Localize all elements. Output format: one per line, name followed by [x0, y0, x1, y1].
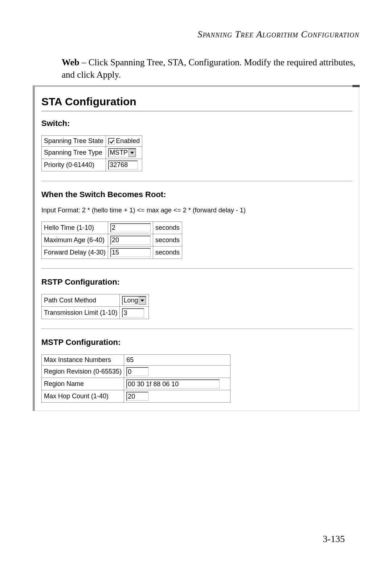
cell-path-cost-method: Long — [120, 294, 149, 306]
enabled-text: Enabled — [116, 137, 140, 144]
chevron-down-icon — [128, 149, 136, 157]
cell-max-age — [108, 234, 153, 246]
table-row: Max Instance Numbers 65 — [42, 355, 230, 366]
max-hop-input[interactable] — [126, 392, 148, 401]
intro-prefix: Web — [62, 57, 79, 67]
unit-seconds: seconds — [153, 221, 182, 234]
page-number: 3-135 — [323, 534, 345, 545]
screenshot-frame: STA Configuration Switch: Spanning Tree … — [33, 85, 359, 411]
unit-seconds: seconds — [153, 246, 182, 258]
label-forward-delay: Forward Delay (4-30) — [42, 246, 108, 258]
cell-spanning-tree-type: MSTP — [106, 146, 142, 159]
page-header: Spanning Tree Algorithm Configuration — [33, 29, 359, 40]
cell-max-instance: 65 — [124, 355, 230, 366]
transmission-limit-input[interactable] — [122, 308, 144, 317]
label-spanning-tree-type: Spanning Tree Type — [42, 146, 106, 159]
cell-region-revision — [124, 366, 230, 378]
section-switch-heading: Switch: — [41, 119, 352, 128]
divider — [41, 111, 352, 111]
select-value: Long — [123, 297, 138, 304]
cell-priority — [106, 159, 142, 171]
label-hello-time: Hello Time (1-10) — [42, 221, 108, 234]
mstp-table: Max Instance Numbers 65 Region Revision … — [41, 354, 230, 403]
table-row: Max Hop Count (1-40) — [42, 390, 230, 403]
form-title: STA Configuration — [41, 95, 352, 108]
switch-table: Spanning Tree State Enabled Spanning Tre… — [41, 135, 142, 171]
cell-spanning-tree-state: Enabled — [106, 135, 142, 146]
hello-time-input[interactable] — [110, 223, 151, 232]
divider — [41, 181, 352, 181]
intro-rest: – Click Spanning Tree, STA, Configuratio… — [62, 57, 355, 80]
table-row: Hello Time (1-10) seconds — [42, 221, 182, 234]
divider — [41, 268, 352, 269]
label-max-instance: Max Instance Numbers — [42, 355, 124, 366]
root-table: Hello Time (1-10) seconds Maximum Age (6… — [41, 221, 182, 259]
enabled-checkbox[interactable] — [108, 138, 115, 144]
section-root-heading: When the Switch Becomes Root: — [41, 190, 352, 199]
spanning-tree-type-select[interactable]: MSTP — [108, 148, 136, 157]
cell-region-name — [124, 378, 230, 390]
divider — [41, 329, 352, 329]
forward-delay-input[interactable] — [110, 248, 151, 257]
max-age-input[interactable] — [110, 236, 151, 245]
table-row: Transmission Limit (1-10) — [42, 307, 149, 319]
label-priority: Priority (0-61440) — [42, 159, 106, 171]
label-region-name: Region Name — [42, 378, 124, 390]
table-row: Forward Delay (4-30) seconds — [42, 246, 182, 258]
label-region-revision: Region Revision (0-65535) — [42, 366, 124, 378]
frame-corner — [352, 85, 360, 87]
cell-max-hop — [124, 390, 230, 403]
chevron-down-icon — [139, 297, 146, 305]
select-value: MSTP — [110, 149, 128, 156]
label-spanning-tree-state: Spanning Tree State — [42, 135, 106, 146]
cell-hello-time — [108, 221, 153, 234]
priority-input[interactable] — [108, 160, 138, 170]
input-format-hint: Input Format: 2 * (hello time + 1) <= ma… — [41, 207, 352, 214]
label-max-hop: Max Hop Count (1-40) — [42, 390, 124, 403]
unit-seconds: seconds — [153, 234, 182, 246]
table-row: Region Name — [42, 378, 230, 390]
table-row: Spanning Tree State Enabled — [42, 135, 142, 146]
region-revision-input[interactable] — [126, 367, 148, 376]
label-max-age: Maximum Age (6-40) — [42, 234, 108, 246]
table-row: Priority (0-61440) — [42, 159, 142, 171]
table-row: Path Cost Method Long — [42, 294, 149, 306]
rstp-table: Path Cost Method Long Transmission Limit… — [41, 294, 149, 319]
section-mstp-heading: MSTP Configuration: — [41, 338, 352, 347]
cell-transmission-limit — [120, 307, 149, 319]
cell-forward-delay — [108, 246, 153, 258]
table-row: Maximum Age (6-40) seconds — [42, 234, 182, 246]
intro-paragraph: Web – Click Spanning Tree, STA, Configur… — [62, 56, 359, 81]
section-rstp-heading: RSTP Configuration: — [41, 277, 352, 287]
label-path-cost-method: Path Cost Method — [42, 294, 120, 306]
region-name-input[interactable] — [126, 379, 220, 388]
label-transmission-limit: Transmission Limit (1-10) — [42, 307, 120, 319]
table-row: Region Revision (0-65535) — [42, 366, 230, 378]
table-row: Spanning Tree Type MSTP — [42, 146, 142, 159]
path-cost-method-select[interactable]: Long — [122, 296, 146, 305]
